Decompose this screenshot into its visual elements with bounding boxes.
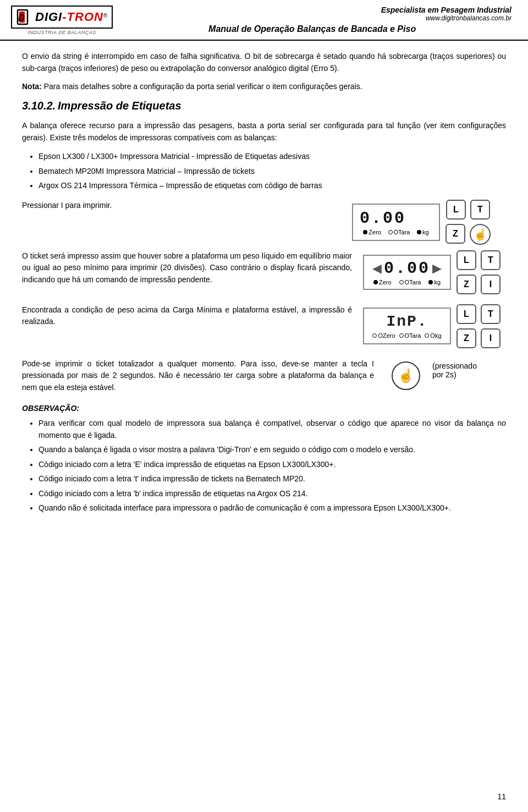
nota: Nota: Para mais detalhes sobre a configu…	[22, 81, 506, 93]
pressionar-display: 0.00 Zero OTara kg	[352, 200, 506, 245]
btn-T-3[interactable]: T	[481, 304, 501, 324]
lcd-labels-2: Zero OTara kg	[370, 279, 444, 286]
label-kg-3: Okg	[430, 332, 441, 339]
btn-Z-2[interactable]: Z	[457, 275, 476, 294]
btn-L-3[interactable]: L	[457, 304, 476, 324]
obs-item: Quando não é solicitada interface para i…	[38, 502, 506, 514]
label-tara-2: OTara	[405, 279, 421, 286]
i-btn-pressed: ☝	[392, 361, 420, 390]
nota-text: Para mais detalhes sobre a configuração …	[42, 82, 362, 91]
dot-kg-3	[425, 333, 429, 338]
dot-zero-3	[372, 333, 377, 338]
lcd-label-tara: OTara	[388, 229, 410, 235]
found-text: Encontrada a condição de peso acima da C…	[22, 304, 363, 328]
content-area: O envio da string é interrompido em caso…	[0, 41, 528, 544]
i-btn-label: ☝	[398, 368, 414, 383]
list-item: Bematech MP20MI Impressora Matricial – I…	[38, 165, 506, 177]
found-display-row: Encontrada a condição de peso acima da C…	[22, 304, 506, 348]
lcd-label-zero-2: Zero	[373, 279, 392, 286]
logo-icon: D	[16, 9, 32, 25]
dot-zero	[363, 230, 367, 234]
display-image-2: ◀ 0.00 ▶ Zero OTara	[363, 250, 506, 294]
page: D DIGI-TRON® INDÚSTRIA DE BALANÇAS Espec…	[0, 0, 528, 812]
pode-row: Pode-se imprimir o ticket totalizador a …	[22, 358, 506, 394]
side-buttons-2: L T Z I	[457, 250, 501, 294]
obs-item: Código iniciado com a letra 'E' indica i…	[38, 458, 506, 470]
logo-digi: DIGI	[35, 10, 62, 24]
lcd-display-1: 0.00 Zero OTara kg	[352, 204, 440, 241]
btn-T[interactable]: T	[470, 200, 490, 220]
lcd-labels-3: OZero OTara Okg	[371, 332, 443, 339]
label-tara-3: OTara	[405, 332, 421, 339]
header-website: www.digitronbalancas.com.br	[113, 14, 512, 22]
header-specialist: Especialista em Pesagem Industrial	[113, 6, 512, 14]
logo-reg: ®	[103, 13, 107, 19]
obs-item: Código iniciado com a letra 'b' indica i…	[38, 487, 506, 500]
list-item: Argox OS 214 Impressora Térmica – Impres…	[38, 179, 506, 191]
section-heading: 3.10.2. Impressão de Etiquetas	[22, 100, 506, 112]
obs-item: Código iniciado com a letra 't' indica i…	[38, 473, 506, 485]
i-btn-circle[interactable]: ☝	[392, 361, 420, 390]
list-item: Epson LX300 / LX300+ Impressora Matricia…	[38, 150, 506, 162]
btn-T-2[interactable]: T	[481, 250, 501, 270]
side-btn-row-6: Z I	[457, 328, 501, 348]
lcd-label-kg-3: Okg	[425, 332, 441, 339]
pode-img-col: ☝ (pressionado por 2s)	[385, 358, 506, 390]
para1: O envio da string é interrompido em caso…	[22, 51, 506, 74]
section-title: Impressão de Etiquetas	[58, 100, 182, 112]
lcd-label-kg: kg	[417, 229, 429, 235]
lcd-label-kg-2: kg	[428, 279, 441, 286]
label-tara: OTara	[394, 229, 410, 235]
dot-tara-3	[399, 333, 404, 338]
btn-L[interactable]: L	[446, 200, 466, 220]
side-btn-row-5: L T	[457, 304, 501, 324]
svg-text:D: D	[18, 13, 25, 23]
btn-L-2[interactable]: L	[457, 250, 476, 270]
lcd-label-zero-3: OZero	[372, 332, 395, 339]
btn-I-2[interactable]: I	[481, 275, 501, 294]
btn-I-3[interactable]: I	[481, 328, 501, 348]
dot-tara	[388, 230, 393, 234]
arrow-right: ▶	[432, 261, 442, 276]
arrow-left: ◀	[372, 261, 382, 276]
btn-I-hand[interactable]: ☝	[470, 224, 491, 245]
btn-Z[interactable]: Z	[446, 224, 465, 244]
side-btn-row-3: L T	[457, 250, 501, 270]
lcd-labels-1: Zero OTara kg	[360, 229, 432, 235]
side-buttons-3: L T Z I	[457, 304, 501, 348]
dot-kg-2	[428, 280, 433, 284]
dot-kg	[417, 230, 421, 234]
side-btn-row-2: Z ☝	[446, 224, 491, 245]
lcd-label-zero: Zero	[363, 229, 381, 235]
por2s-label: por 2s)	[432, 370, 477, 379]
obs-item: Quando a balança é ligada o visor mostra…	[38, 443, 506, 456]
page-number: 11	[497, 792, 506, 801]
nota-label: Nota:	[22, 82, 42, 91]
lcd-digits-3: InP.	[371, 313, 443, 330]
pressed-label-col: (pressionado por 2s)	[432, 361, 477, 379]
pressionado-label: (pressionado	[432, 361, 477, 370]
side-buttons-1: L T Z ☝	[446, 200, 491, 245]
ticket-display-row: O ticket será impresso assim que houver …	[22, 250, 506, 294]
dot-zero-2	[373, 280, 378, 284]
dot-tara-2	[399, 280, 404, 284]
logo-area: D DIGI-TRON® INDÚSTRIA DE BALANÇAS	[11, 6, 113, 35]
label-zero: Zero	[369, 229, 381, 235]
lcd-digits-1: 0.00	[360, 209, 406, 228]
logo-box: D DIGI-TRON®	[11, 6, 113, 29]
logo-subtitle: INDÚSTRIA DE BALANÇAS	[11, 30, 113, 35]
pressionar-text-col: Pressionar I para imprimir.	[22, 200, 352, 212]
lcd-digits-2: 0.00	[384, 259, 430, 278]
logo-tron: -TRON	[62, 10, 103, 24]
side-btn-row-1: L T	[446, 200, 490, 220]
obs-list: Para verificar com qual modelo de impres…	[38, 417, 506, 514]
ticket-text: O ticket será impresso assim que houver …	[22, 250, 363, 286]
header: D DIGI-TRON® INDÚSTRIA DE BALANÇAS Espec…	[0, 0, 528, 41]
side-btn-row-4: Z I	[457, 275, 501, 294]
label-kg-2: kg	[434, 279, 441, 286]
para2: A balança oferece recurso para a impress…	[22, 120, 506, 144]
btn-Z-3[interactable]: Z	[457, 328, 476, 348]
lcd-label-tara-3: OTara	[399, 332, 421, 339]
header-manual: Manual de Operação Balanças de Bancada e…	[113, 24, 512, 34]
section-num: 3.10.2.	[22, 100, 56, 112]
